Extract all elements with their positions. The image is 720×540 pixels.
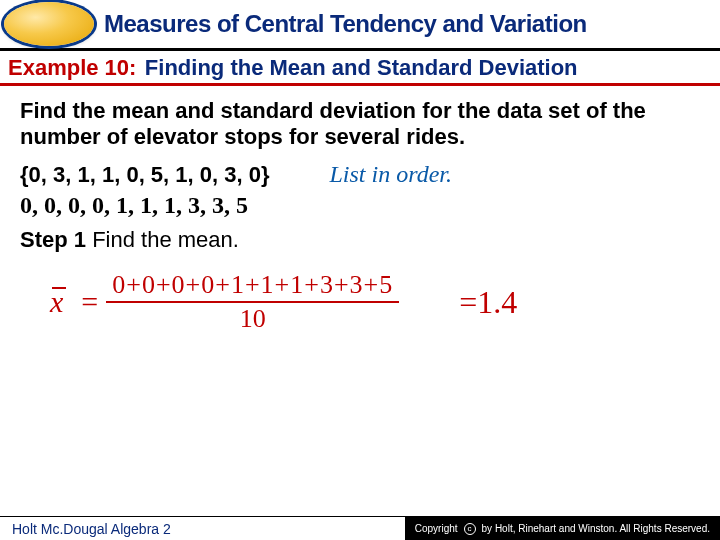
footer-textbook: Holt Mc.Dougal Algebra 2 bbox=[0, 521, 171, 537]
slide-title: Measures of Central Tendency and Variati… bbox=[104, 11, 587, 36]
example-title: Finding the Mean and Standard Deviation bbox=[145, 55, 578, 80]
data-row: {0, 3, 1, 1, 0, 5, 1, 0, 3, 0} List in o… bbox=[20, 161, 700, 188]
copyright-text: by Holt, Rinehart and Winston. All Right… bbox=[482, 523, 710, 534]
mean-result: =1.4 bbox=[459, 284, 517, 321]
slide-header: Measures of Central Tendency and Variati… bbox=[0, 0, 720, 51]
copyright-icon: c bbox=[464, 523, 476, 535]
equals-sign: = bbox=[81, 285, 98, 319]
x-bar-symbol: x bbox=[50, 285, 63, 319]
slide-footer: Holt Mc.Dougal Algebra 2 Copyright c by … bbox=[0, 516, 720, 540]
step-label: Step 1 bbox=[20, 227, 86, 252]
step-text: Find the mean. bbox=[86, 227, 239, 252]
mean-equation: x = 0+0+0+0+1+1+1+3+3+5 10 =1.4 bbox=[50, 271, 700, 334]
copyright-label: Copyright bbox=[415, 523, 458, 534]
header-oval-graphic bbox=[4, 2, 94, 46]
fraction: 0+0+0+0+1+1+1+3+3+5 10 bbox=[106, 271, 399, 334]
sorted-data: 0, 0, 0, 0, 1, 1, 1, 3, 3, 5 bbox=[20, 192, 700, 219]
denominator: 10 bbox=[240, 303, 266, 334]
step-1: Step 1 Find the mean. bbox=[20, 227, 700, 253]
slide-content: Find the mean and standard deviation for… bbox=[0, 86, 720, 334]
numerator: 0+0+0+0+1+1+1+3+3+5 bbox=[106, 271, 399, 304]
example-heading: Example 10: Finding the Mean and Standar… bbox=[0, 51, 720, 86]
problem-prompt: Find the mean and standard deviation for… bbox=[20, 98, 700, 151]
list-hint: List in order. bbox=[330, 161, 452, 188]
footer-copyright: Copyright c by Holt, Rinehart and Winsto… bbox=[405, 517, 720, 540]
data-set: {0, 3, 1, 1, 0, 5, 1, 0, 3, 0} bbox=[20, 162, 270, 188]
example-number: Example 10: bbox=[8, 55, 136, 80]
